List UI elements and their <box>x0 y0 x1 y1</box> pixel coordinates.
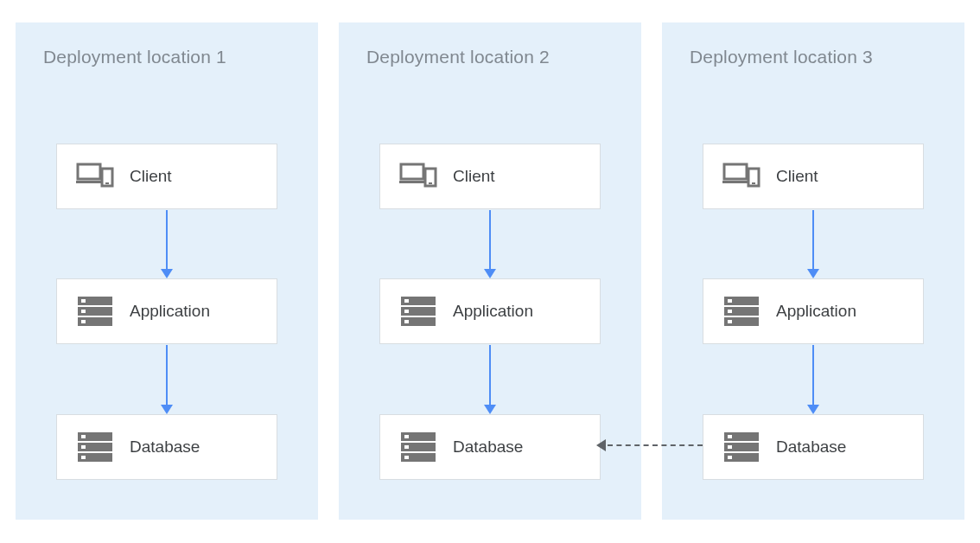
node-label: Database <box>453 438 523 457</box>
panel-location-3: Deployment location 3 Client <box>662 22 964 520</box>
arrow-dashed-left-icon <box>597 439 703 451</box>
server-icon <box>399 294 437 329</box>
svg-rect-24 <box>404 310 409 313</box>
node-application-2: Application <box>379 278 601 344</box>
arrow-down-icon <box>161 210 173 278</box>
node-client-1: Client <box>56 144 277 209</box>
svg-rect-31 <box>404 456 409 459</box>
svg-rect-47 <box>728 456 732 459</box>
svg-rect-14 <box>81 445 86 449</box>
node-client-2: Client <box>379 144 601 209</box>
svg-rect-39 <box>728 299 732 303</box>
node-application-3: Application <box>703 278 924 344</box>
server-icon <box>399 430 437 464</box>
arrow-down-icon <box>807 345 819 413</box>
svg-rect-30 <box>404 445 409 449</box>
server-icon <box>722 430 760 464</box>
svg-rect-23 <box>404 299 409 303</box>
panel-title-2: Deployment location 2 <box>366 47 550 67</box>
devices-icon <box>76 159 114 194</box>
node-label: Client <box>776 167 818 186</box>
arrow-down-icon <box>161 345 173 413</box>
node-label: Client <box>453 167 495 186</box>
server-icon <box>76 430 114 464</box>
arrow-down-icon <box>484 210 496 278</box>
node-application-1: Application <box>56 278 277 344</box>
svg-rect-40 <box>728 310 732 313</box>
svg-rect-41 <box>728 320 732 323</box>
node-label: Database <box>130 438 200 457</box>
svg-rect-9 <box>81 320 86 323</box>
server-icon <box>722 294 760 329</box>
svg-rect-8 <box>81 310 86 313</box>
node-database-3: Database <box>703 414 924 480</box>
svg-rect-32 <box>724 164 747 179</box>
diagram-stage: Deployment location 1 Client <box>0 0 980 543</box>
panel-title-3: Deployment location 3 <box>690 47 873 67</box>
devices-icon <box>722 159 760 194</box>
svg-rect-19 <box>429 182 432 184</box>
svg-rect-3 <box>105 182 109 184</box>
svg-rect-35 <box>752 182 755 184</box>
node-database-2: Database <box>379 414 601 480</box>
svg-rect-0 <box>78 164 100 179</box>
svg-rect-17 <box>399 181 425 183</box>
svg-rect-7 <box>81 299 86 303</box>
svg-rect-1 <box>76 181 102 183</box>
node-database-1: Database <box>56 414 277 480</box>
svg-rect-13 <box>81 435 86 438</box>
svg-rect-16 <box>401 164 423 179</box>
svg-rect-46 <box>728 445 732 449</box>
devices-icon <box>399 159 437 194</box>
svg-rect-25 <box>404 320 409 323</box>
arrow-down-icon <box>807 210 819 278</box>
svg-rect-15 <box>81 456 86 459</box>
panel-location-1: Deployment location 1 Client <box>16 22 318 520</box>
svg-rect-29 <box>404 435 409 438</box>
node-label: Database <box>776 438 846 457</box>
node-label: Application <box>776 302 856 321</box>
svg-rect-45 <box>728 435 732 438</box>
server-icon <box>76 294 114 329</box>
node-label: Application <box>130 302 210 321</box>
arrow-down-icon <box>484 345 496 413</box>
node-client-3: Client <box>703 144 924 209</box>
node-label: Client <box>130 167 172 186</box>
node-label: Application <box>453 302 533 321</box>
panel-title-1: Deployment location 1 <box>43 47 226 67</box>
svg-rect-33 <box>722 181 748 183</box>
